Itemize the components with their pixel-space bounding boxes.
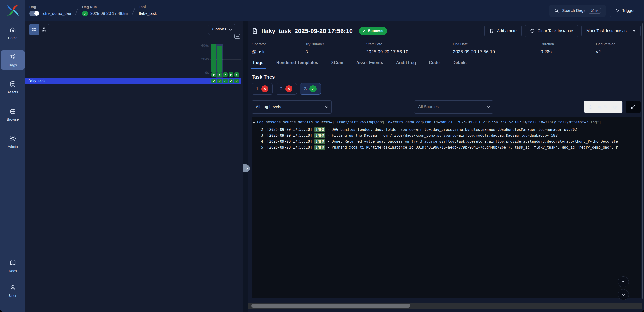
toggle-knob bbox=[34, 11, 39, 16]
sidebar-item-label: User bbox=[9, 294, 17, 298]
dag-run-state-square[interactable] bbox=[212, 72, 216, 77]
sidebar-item-browse[interactable]: Browse bbox=[1, 105, 24, 124]
meta-label: Try Number bbox=[305, 42, 366, 46]
dag-run-state-square[interactable] bbox=[229, 72, 234, 77]
mark-task-instance-as-button[interactable]: Mark Task Instance as... bbox=[581, 25, 641, 37]
airflow-logo-icon[interactable] bbox=[6, 3, 20, 17]
log-levels-select[interactable]: All Log Levels bbox=[252, 100, 332, 114]
log-settings-button[interactable]: Log Settings bbox=[584, 101, 622, 113]
sidebar-item-label: Browse bbox=[7, 117, 18, 121]
log-segment-txt: - Done. Returned value was: Success on t… bbox=[325, 139, 424, 144]
log-segment-txt: =airflow.dag_processing.bundles.manager.… bbox=[414, 128, 538, 132]
breadcrumb-dag-link[interactable]: retry_demo_dag bbox=[42, 11, 71, 16]
run-success-icon: ✓ bbox=[82, 11, 88, 16]
tab-details[interactable]: Details bbox=[451, 60, 468, 69]
log-source-line[interactable]: ▶Log message source details sources=["/r… bbox=[253, 119, 640, 126]
task-instance-square[interactable]: ✓ bbox=[212, 78, 216, 83]
chevron-right-icon bbox=[245, 167, 248, 170]
tab-logs[interactable]: Logs bbox=[252, 60, 265, 69]
sidebar-item-docs[interactable]: Docs bbox=[1, 256, 24, 275]
tab-audit-log[interactable]: Audit Log bbox=[395, 60, 418, 69]
grid-view-button[interactable] bbox=[29, 24, 39, 35]
log-segment-txt: =airflow.task.operators.airflow.provider… bbox=[437, 139, 618, 144]
log-sources-value: All Sources bbox=[418, 104, 439, 109]
try-number: 3 bbox=[304, 86, 306, 92]
horizontal-scrollbar[interactable] bbox=[248, 303, 642, 309]
breadcrumb-separator bbox=[132, 8, 135, 15]
task-instance-square[interactable]: ✓ bbox=[223, 78, 228, 83]
caret-down-icon bbox=[633, 30, 636, 32]
chevron-down-icon bbox=[325, 105, 328, 108]
play-icon bbox=[614, 8, 619, 13]
status-label: Success bbox=[368, 29, 383, 33]
meta-value: 2025-09-20 17:56:10 bbox=[366, 49, 453, 54]
scroll-to-top-button[interactable] bbox=[618, 276, 629, 287]
sidebar-item-user[interactable]: User bbox=[1, 281, 24, 300]
log-segment-info: INFO bbox=[314, 145, 325, 150]
docs-book-icon bbox=[9, 259, 16, 266]
play-icon bbox=[224, 74, 226, 76]
run-duration-bar[interactable] bbox=[217, 46, 222, 72]
vertical-scrollbar[interactable] bbox=[642, 23, 643, 299]
browse-globe-icon bbox=[9, 108, 16, 115]
horizontal-scrollbar-thumb[interactable] bbox=[251, 304, 410, 308]
meta-label: Dag Version bbox=[596, 42, 641, 46]
trigger-button[interactable]: Trigger bbox=[609, 4, 640, 17]
tab-rendered-templates[interactable]: Rendered Templates bbox=[275, 60, 320, 69]
tab-xcom[interactable]: XCom bbox=[330, 60, 345, 69]
task-try-2[interactable]: 2✕ bbox=[276, 83, 297, 94]
fullscreen-button[interactable] bbox=[626, 101, 641, 113]
status-badge: ✓Success bbox=[359, 27, 387, 35]
meta-dag-version: Dag Versionv2 bbox=[596, 42, 641, 54]
options-dropdown[interactable]: Options bbox=[208, 24, 235, 35]
log-segment-txt: - Pushing xcom bbox=[325, 145, 360, 150]
chevron-up-icon bbox=[621, 280, 624, 284]
log-line-number: 5 bbox=[253, 144, 263, 150]
task-instance-square[interactable]: ✓ bbox=[229, 78, 234, 83]
run-duration-bar[interactable] bbox=[212, 44, 216, 72]
add-note-button[interactable]: Add a note bbox=[484, 25, 522, 37]
dag-run-state-square[interactable] bbox=[217, 72, 222, 77]
y-axis-tick: 0s bbox=[194, 70, 209, 74]
sidebar-item-dags[interactable]: Dags bbox=[1, 50, 24, 70]
log-segment-key: source bbox=[424, 139, 437, 144]
breadcrumb-run-link[interactable]: 2025-09-20 17:49:55 bbox=[90, 11, 128, 16]
search-dags-button[interactable]: Search Dags ⌘+K bbox=[550, 4, 606, 17]
log-segment-key: source bbox=[444, 133, 456, 138]
task-instance-name: flaky_task bbox=[261, 28, 291, 35]
sidebar-item-admin[interactable]: Admin bbox=[1, 132, 24, 151]
clear-task-instance-button[interactable]: Clear Task Instance bbox=[525, 25, 578, 37]
scroll-to-bottom-button[interactable] bbox=[618, 289, 629, 300]
breadcrumb-run-label: Dag Run bbox=[82, 5, 128, 9]
task-row-flaky-task[interactable]: flaky_task bbox=[26, 78, 241, 84]
tab-asset-events[interactable]: Asset Events bbox=[355, 60, 385, 69]
log-segment-key: ti bbox=[360, 145, 364, 150]
task-try-3[interactable]: 3✓ bbox=[300, 83, 321, 94]
meta-duration: Duration0.28s bbox=[541, 42, 596, 54]
task-tries: 1✕2✕3✓ bbox=[252, 83, 641, 94]
success-icon: ✓ bbox=[310, 85, 316, 92]
sidebar-item-label: Admin bbox=[8, 144, 18, 148]
log-settings-label: Log Settings bbox=[596, 104, 618, 109]
meta-label: Duration bbox=[541, 42, 596, 46]
task-instance-square[interactable]: ✓ bbox=[234, 78, 239, 83]
dag-run-state-square[interactable] bbox=[234, 72, 239, 77]
collapse-triangle-icon[interactable]: ▶ bbox=[253, 121, 255, 124]
dag-pause-toggle[interactable] bbox=[29, 11, 39, 16]
log-segment-ts: [2025-09-20 17:56:10] bbox=[267, 145, 314, 150]
task-tries-heading: Task Tries bbox=[252, 74, 641, 80]
log-segment-info: INFO bbox=[314, 127, 325, 132]
graph-view-button[interactable] bbox=[39, 24, 49, 35]
log-output[interactable]: ▶Log message source details sources=["/r… bbox=[252, 117, 641, 298]
tab-code[interactable]: Code bbox=[428, 60, 441, 69]
dag-run-state-square[interactable] bbox=[223, 72, 228, 77]
log-sources-select[interactable]: All Sources bbox=[414, 100, 493, 114]
task-try-1[interactable]: 1✕ bbox=[252, 83, 273, 94]
log-line-number: 3 bbox=[253, 133, 263, 138]
sidebar-item-assets[interactable]: Assets bbox=[1, 78, 24, 97]
task-instance-metadata: Operator@taskTry Number3Start Date2025-0… bbox=[252, 42, 641, 54]
sidebar-item-home[interactable]: Home bbox=[1, 23, 24, 42]
play-icon bbox=[230, 74, 232, 76]
breadcrumb-task-value: flaky_task bbox=[139, 11, 157, 16]
task-instance-square[interactable]: ✓ bbox=[217, 78, 222, 83]
